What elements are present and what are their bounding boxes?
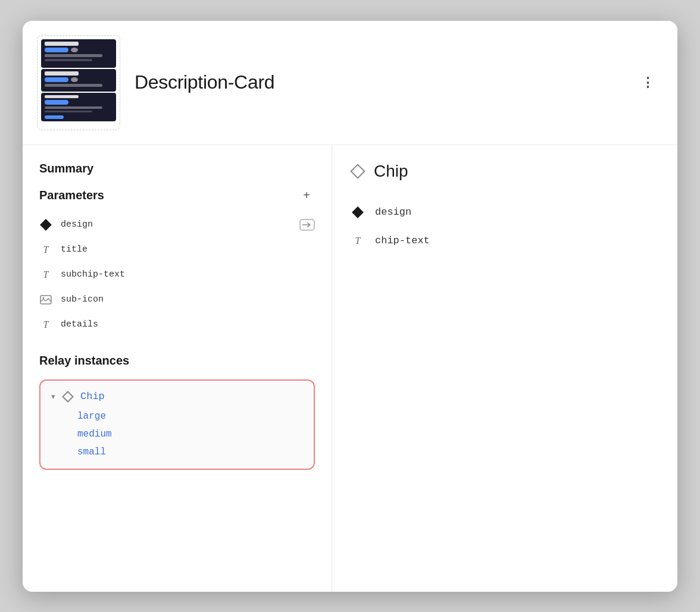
param-title-label: title xyxy=(61,244,88,255)
add-parameter-button[interactable]: + xyxy=(298,187,315,204)
more-options-button[interactable]: ⋮ xyxy=(637,72,658,93)
right-param-chip-text-label: chip-text xyxy=(375,235,430,246)
relay-sub-list: large medium small xyxy=(51,409,303,459)
image-icon xyxy=(39,293,52,306)
relay-chip-label: Chip xyxy=(80,391,105,402)
parameters-heading: Parameters xyxy=(39,189,104,202)
param-details: T details xyxy=(39,312,315,337)
parameters-header: Parameters + xyxy=(39,187,315,204)
chip-title: Chip xyxy=(374,162,408,181)
summary-heading: Summary xyxy=(39,162,315,175)
chip-header: Chip xyxy=(351,162,658,181)
relay-large-item[interactable]: large xyxy=(77,409,303,423)
parameter-list: design T title xyxy=(39,212,315,337)
right-param-design: design xyxy=(351,200,658,225)
chip-diamond-outline-icon xyxy=(351,165,364,178)
page-title: Description-Card xyxy=(135,71,623,93)
svg-point-3 xyxy=(43,297,45,299)
param-sub-icon-label: sub-icon xyxy=(61,294,104,305)
header: Description-Card ⋮ xyxy=(23,21,677,145)
right-type-t-icon: T xyxy=(351,234,364,247)
param-sub-icon: sub-icon xyxy=(39,287,315,312)
relay-chip-item[interactable]: ▾ Chip xyxy=(51,390,303,403)
param-design-label: design xyxy=(61,219,93,230)
param-subchip-text: T subchip-text xyxy=(39,262,315,287)
main-window: Description-Card ⋮ Summary Parameters + … xyxy=(23,21,677,592)
relay-instances-heading: Relay instances xyxy=(39,354,315,368)
diamond-filled-icon xyxy=(39,218,52,231)
param-details-label: details xyxy=(61,319,98,329)
right-param-design-label: design xyxy=(375,206,411,218)
diamond-outline-icon xyxy=(61,390,74,403)
right-param-chip-text: T chip-text xyxy=(351,228,658,253)
relay-box: ▾ Chip large medium small xyxy=(39,379,315,470)
left-panel: Summary Parameters + design xyxy=(23,145,332,592)
param-design: design xyxy=(39,212,315,237)
param-design-arrow[interactable] xyxy=(299,219,315,231)
type-t-icon: T xyxy=(39,243,52,256)
relay-small-item[interactable]: small xyxy=(77,445,303,459)
param-title: T title xyxy=(39,237,315,262)
relay-medium-item[interactable]: medium xyxy=(77,427,303,441)
right-panel: Chip design T chip-text xyxy=(332,145,677,592)
relay-instances-section: Relay instances ▾ Chip large medium smal… xyxy=(39,354,315,470)
right-parameter-list: design T chip-text xyxy=(351,200,658,253)
chevron-down-icon: ▾ xyxy=(51,392,55,401)
type-t-icon-3: T xyxy=(39,318,52,331)
type-t-icon-2: T xyxy=(39,268,52,281)
right-diamond-filled-icon xyxy=(351,206,364,219)
param-subchip-label: subchip-text xyxy=(61,269,125,280)
arrow-right-icon xyxy=(299,219,315,231)
thumbnail-preview xyxy=(37,35,120,130)
main-content: Summary Parameters + design xyxy=(23,145,677,592)
